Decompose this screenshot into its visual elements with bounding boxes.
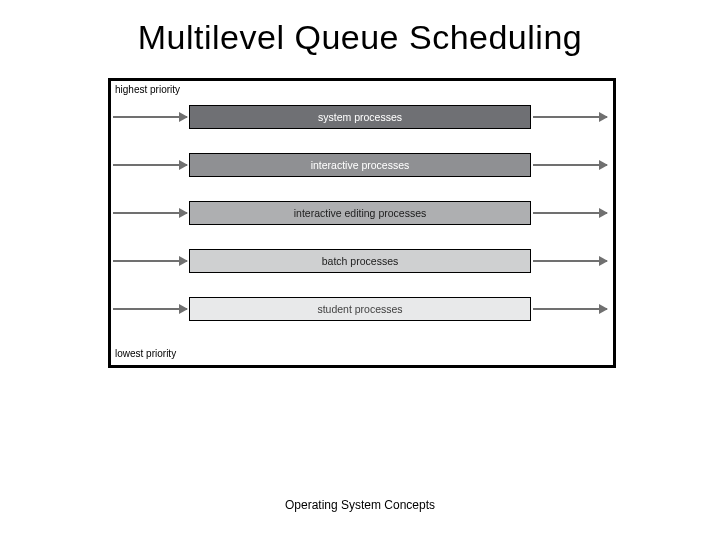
- arrow-out-icon: [533, 116, 607, 118]
- queue-label: batch processes: [322, 255, 398, 267]
- arrow-in-icon: [113, 164, 187, 166]
- queue-bar: batch processes: [189, 249, 531, 273]
- arrow-in-icon: [113, 116, 187, 118]
- lowest-priority-label: lowest priority: [115, 348, 176, 359]
- queue-row: student processes: [111, 295, 613, 323]
- queue-label: interactive processes: [311, 159, 410, 171]
- queue-bar: student processes: [189, 297, 531, 321]
- highest-priority-label: highest priority: [115, 84, 180, 95]
- queue-diagram: highest priority system processes intera…: [108, 78, 616, 368]
- slide-title: Multilevel Queue Scheduling: [0, 0, 720, 57]
- queue-bar: interactive editing processes: [189, 201, 531, 225]
- queue-bar: system processes: [189, 105, 531, 129]
- arrow-out-icon: [533, 260, 607, 262]
- arrow-out-icon: [533, 164, 607, 166]
- footer-text: Operating System Concepts: [0, 498, 720, 512]
- arrow-in-icon: [113, 212, 187, 214]
- queue-label: student processes: [317, 303, 402, 315]
- queue-row: interactive processes: [111, 151, 613, 179]
- queue-label: system processes: [318, 111, 402, 123]
- queue-row: interactive editing processes: [111, 199, 613, 227]
- queue-label: interactive editing processes: [294, 207, 427, 219]
- arrow-out-icon: [533, 212, 607, 214]
- arrow-out-icon: [533, 308, 607, 310]
- queue-row: batch processes: [111, 247, 613, 275]
- arrow-in-icon: [113, 308, 187, 310]
- queue-row: system processes: [111, 103, 613, 131]
- arrow-in-icon: [113, 260, 187, 262]
- queue-bar: interactive processes: [189, 153, 531, 177]
